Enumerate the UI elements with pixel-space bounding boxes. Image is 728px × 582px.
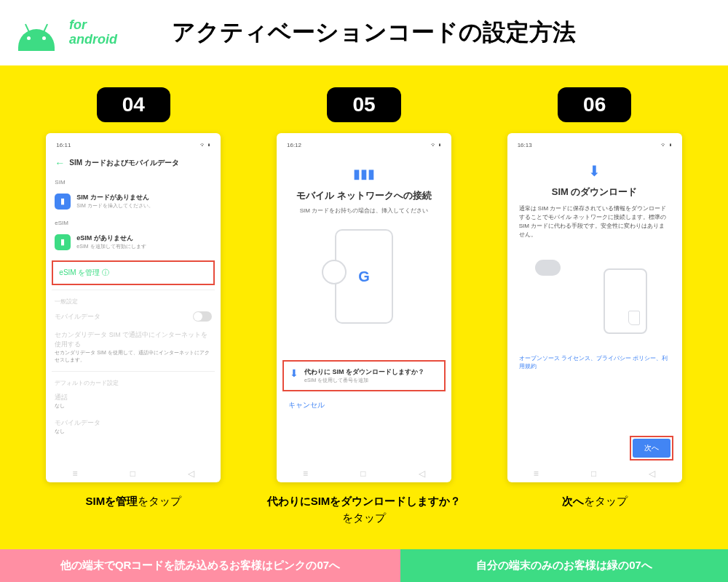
back-arrow-icon: ←	[55, 157, 65, 169]
step-06: 06 16:13ᯤ ▮ ⬇ SIM のダウンロード 通常は SIM カードに保存…	[493, 87, 697, 526]
sim-illustration-icon	[604, 268, 647, 334]
download-sim-button[interactable]: ⬇ 代わりに SIM をダウンロードしますか？eSIM を使用して番号を追加	[282, 360, 446, 391]
step-badge: 06	[558, 87, 631, 122]
header: forandroid アクティベーションコードの設定方法	[0, 0, 728, 65]
next-button[interactable]: 次へ	[630, 436, 673, 461]
phone-screen-06: 16:13ᯤ ▮ ⬇ SIM のダウンロード 通常は SIM カードに保存されて…	[507, 133, 682, 482]
nav-bar: ≡□◁	[46, 469, 221, 479]
step-caption: SIMを管理をタップ	[85, 493, 181, 510]
phone-illustration-icon: G	[335, 229, 393, 324]
step-caption: 次へをタップ	[562, 493, 628, 510]
screen-title: ←SIM カードおよびモバイルデータ	[52, 151, 215, 175]
esim-manage-button[interactable]: eSIM を管理 ⓘ	[52, 260, 215, 285]
download-icon: ⬇	[588, 163, 601, 179]
secondary-sim-row: セカンダリデータ SIM で通話中にインターネットを使用する セカンダリデータ …	[52, 326, 215, 368]
step-05: 05 16:12ᯤ ▮ ▮▮▮ モバイル ネットワークへの接続 SIM カードを…	[262, 87, 466, 526]
google-g-icon: G	[358, 268, 370, 285]
sim-card-icon: ▮	[55, 194, 71, 210]
status-icons-icon: ᯤ ▮	[661, 142, 671, 148]
android-icon	[15, 15, 58, 51]
page-title: アクティベーションコードの設定方法	[172, 17, 576, 49]
status-icons-icon: ᯤ ▮	[200, 142, 210, 148]
status-icons-icon: ᯤ ▮	[431, 142, 441, 148]
section-label: 一般設定	[52, 293, 215, 307]
phone-screen-05: 16:12ᯤ ▮ ▮▮▮ モバイル ネットワークへの接続 SIM カードをお持ち…	[277, 133, 451, 482]
steps-container: 04 16:11ᯤ ▮ ←SIM カードおよびモバイルデータ SIM ▮ SIM…	[0, 65, 728, 541]
phone-screen-04: 16:11ᯤ ▮ ←SIM カードおよびモバイルデータ SIM ▮ SIM カー…	[46, 133, 221, 482]
esim-icon: ▮	[55, 234, 71, 250]
download-title: SIM のダウンロード	[513, 186, 676, 199]
statusbar: 16:12ᯤ ▮	[282, 139, 446, 151]
step-badge: 04	[97, 87, 170, 122]
legal-links[interactable]: オープンソース ライセンス、プライバシー ポリシー、利用規約	[513, 348, 676, 376]
footer-pink: 他の端末でQRコードを読み込めるお客様はピンクの07へ	[0, 549, 400, 582]
network-subtitle: SIM カードをお持ちの場合は、挿入してください	[290, 207, 438, 215]
mobile-data-row: モバイルデータ	[52, 307, 215, 326]
nav-bar: ≡□◁	[277, 469, 451, 479]
footer-green: 自分の端末のみのお客様は緑の07へ	[400, 549, 728, 582]
download-icon: ⬇	[290, 367, 298, 379]
toggle-icon	[193, 311, 212, 322]
esim-row[interactable]: ▮ eSIM がありませんeSIM を追加して有効にします	[52, 228, 215, 256]
for-android-label: forandroid	[69, 18, 117, 47]
cloud-icon	[535, 260, 561, 276]
section-label: eSIM	[52, 215, 215, 228]
cancel-button[interactable]: キャンセル	[282, 391, 446, 419]
step-caption: 代わりにSIMをダウンロードしますか？をタップ	[262, 493, 466, 526]
sim-row[interactable]: ▮ SIM カードがありませんSIM カードを挿入してください。	[52, 187, 215, 215]
section-label: SIM	[52, 175, 215, 187]
nav-bar: ≡□◁	[507, 469, 682, 479]
signal-icon: ▮▮▮	[290, 166, 438, 182]
step-badge: 05	[327, 87, 400, 122]
footer: 他の端末でQRコードを読み込めるお客様はピンクの07へ 自分の端末のみのお客様は…	[0, 549, 728, 582]
step-04: 04 16:11ᯤ ▮ ←SIM カードおよびモバイルデータ SIM ▮ SIM…	[31, 87, 235, 526]
statusbar: 16:11ᯤ ▮	[52, 139, 215, 151]
network-title: モバイル ネットワークへの接続	[290, 189, 438, 202]
statusbar: 16:13ᯤ ▮	[513, 139, 676, 151]
download-description: 通常は SIM カードに保存されている情報をダウンロードすることでモバイル ネッ…	[513, 204, 676, 239]
